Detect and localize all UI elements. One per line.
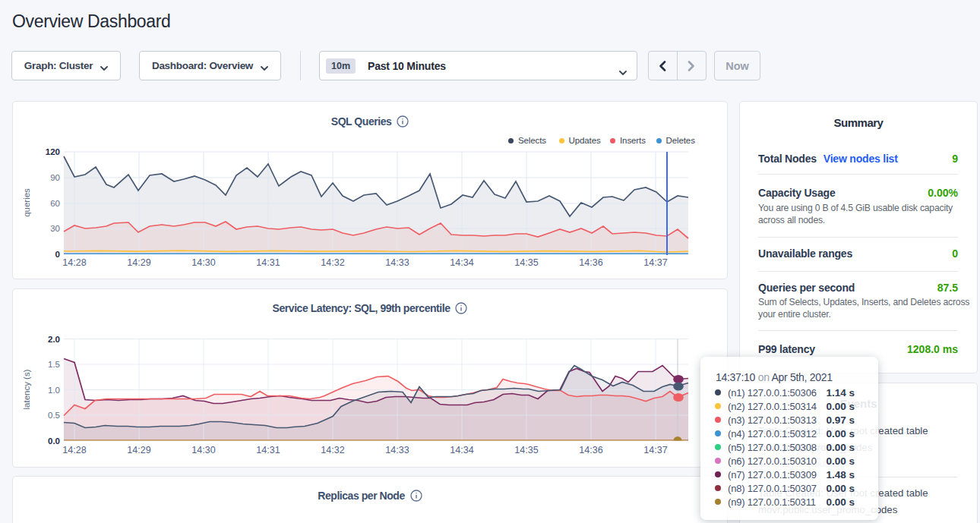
svg-text:0.5: 0.5: [48, 411, 60, 420]
svg-text:14:28: 14:28: [62, 257, 86, 268]
svg-text:1.0: 1.0: [48, 386, 60, 395]
svg-text:1.5: 1.5: [48, 360, 60, 369]
svg-text:60: 60: [50, 199, 60, 208]
svg-text:14:33: 14:33: [385, 445, 409, 455]
svg-text:14:31: 14:31: [256, 257, 280, 268]
svg-text:14:29: 14:29: [127, 257, 150, 268]
svg-text:14:37: 14:37: [643, 445, 667, 455]
svg-text:120: 120: [46, 147, 60, 156]
svg-text:14:36: 14:36: [579, 445, 602, 455]
svg-text:2.0: 2.0: [48, 335, 60, 344]
svg-text:14:35: 14:35: [514, 445, 538, 455]
svg-text:14:32: 14:32: [321, 257, 344, 268]
svg-text:14:31: 14:31: [256, 445, 280, 455]
svg-text:14:32: 14:32: [321, 445, 344, 455]
svg-text:14:28: 14:28: [62, 445, 86, 455]
svg-text:90: 90: [50, 173, 60, 182]
svg-text:14:36: 14:36: [579, 257, 602, 268]
svg-text:30: 30: [50, 224, 60, 233]
svg-text:14:37: 14:37: [643, 257, 667, 268]
svg-text:14:29: 14:29: [127, 445, 150, 455]
svg-text:queries: queries: [22, 188, 31, 217]
svg-text:14:33: 14:33: [385, 257, 409, 268]
svg-text:latency (s): latency (s): [22, 369, 31, 409]
svg-text:0: 0: [55, 250, 60, 259]
svg-text:14:35: 14:35: [514, 257, 538, 268]
svg-text:0.0: 0.0: [48, 436, 60, 446]
svg-text:14:34: 14:34: [450, 445, 473, 455]
svg-text:14:34: 14:34: [450, 257, 473, 268]
svg-text:14:30: 14:30: [191, 257, 215, 268]
svg-text:14:30: 14:30: [191, 445, 215, 455]
